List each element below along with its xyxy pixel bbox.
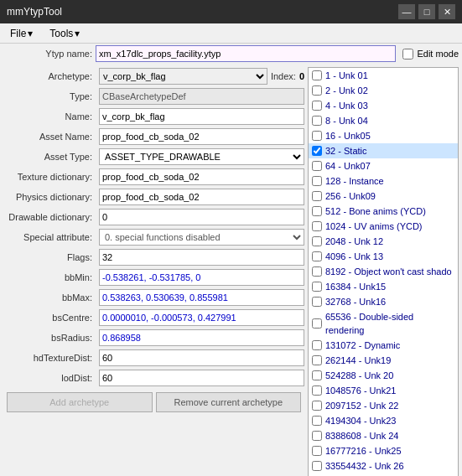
- flag-checkbox-1024[interactable]: [312, 221, 322, 231]
- tools-menu[interactable]: Tools ▾: [43, 26, 86, 41]
- flag-item: 128 - Instance: [309, 173, 458, 189]
- flag-checkbox-512[interactable]: [312, 206, 322, 216]
- flag-label: 16384 - Unk15: [325, 280, 386, 293]
- flag-checkbox-4096[interactable]: [312, 251, 322, 261]
- flag-item: 2 - Unk 02: [309, 83, 458, 98]
- flag-label: 1048576 - Unk21: [325, 384, 396, 397]
- special-attr-label: Special attribute:: [3, 232, 96, 242]
- flags-list: 1 - Unk 012 - Unk 024 - Unk 038 - Unk 04…: [308, 67, 459, 476]
- flag-item: 4096 - Unk 13: [309, 249, 458, 264]
- flag-checkbox-64[interactable]: [312, 161, 322, 171]
- flag-checkbox-131072[interactable]: [312, 340, 322, 350]
- flag-label: 256 - Unk09: [325, 189, 376, 203]
- bbmax-input[interactable]: [99, 289, 304, 306]
- bbmin-input[interactable]: [99, 269, 304, 286]
- flag-label: 128 - Instance: [325, 174, 384, 188]
- archetype-select[interactable]: v_corp_bk_flag: [99, 68, 267, 85]
- flag-label: 64 - Unk07: [325, 159, 371, 173]
- flag-checkbox-32[interactable]: [312, 146, 322, 156]
- edit-mode-checkbox[interactable]: [402, 49, 413, 60]
- bbmin-label: bbMin:: [3, 272, 96, 282]
- flag-label: 1 - Unk 01: [325, 69, 368, 82]
- special-attr-select[interactable]: 0. special functions disabled: [99, 229, 304, 246]
- flag-label: 65536 - Double-sided rendering: [325, 310, 454, 337]
- flag-item: 1024 - UV anims (YCD): [309, 219, 458, 234]
- flag-checkbox-2048[interactable]: [312, 236, 322, 246]
- maximize-button[interactable]: □: [418, 4, 435, 19]
- loddist-label: lodDist:: [3, 373, 96, 383]
- physics-dict-input[interactable]: [99, 189, 304, 205]
- drawable-dict-input[interactable]: [99, 209, 304, 225]
- flag-item: 32 - Static: [309, 143, 458, 158]
- bsradius-input[interactable]: [99, 329, 304, 346]
- flag-checkbox-8192[interactable]: [312, 266, 322, 277]
- add-archetype-button[interactable]: Add archetype: [7, 392, 153, 412]
- flag-checkbox-16384[interactable]: [312, 282, 322, 292]
- bbmin-row: bbMin:: [3, 268, 304, 287]
- flag-checkbox-128[interactable]: [312, 176, 322, 186]
- remove-archetype-button[interactable]: Remove current archetype: [156, 392, 302, 412]
- title-bar: mmYtypTool — □ ✕: [0, 0, 462, 23]
- flag-item: 524288 - Unk 20: [309, 368, 458, 383]
- hdtexdist-label: hdTextureDist:: [3, 353, 96, 363]
- flag-label: 524288 - Unk 20: [325, 369, 393, 382]
- flag-checkbox-33554432[interactable]: [312, 461, 322, 471]
- flag-label: 4 - Unk 03: [325, 99, 368, 112]
- file-menu[interactable]: File ▾: [3, 26, 39, 41]
- asset-type-select[interactable]: ASSET_TYPE_DRAWABLE: [99, 148, 304, 165]
- flag-item: 65536 - Double-sided rendering: [309, 309, 458, 338]
- name-input[interactable]: [99, 108, 304, 125]
- flag-item: 32768 - Unk16: [309, 294, 458, 309]
- flag-item: 1 - Unk 01: [309, 68, 458, 83]
- flag-item: 4 - Unk 03: [309, 98, 458, 113]
- flag-checkbox-256[interactable]: [312, 191, 322, 201]
- flag-checkbox-8388608[interactable]: [312, 431, 322, 441]
- flag-checkbox-2097152[interactable]: [312, 401, 322, 411]
- type-row: Type:: [3, 87, 304, 106]
- flag-checkbox-65536[interactable]: [312, 318, 322, 329]
- bscentre-input[interactable]: [99, 309, 304, 326]
- texture-dict-row: Texture dictionary:: [3, 168, 304, 186]
- flag-item: 8192 - Object won't cast shado: [309, 264, 458, 279]
- bscentre-label: bsCentre:: [3, 313, 96, 323]
- minimize-button[interactable]: —: [398, 4, 415, 19]
- flag-checkbox-524288[interactable]: [312, 370, 322, 380]
- asset-type-row: Asset Type: ASSET_TYPE_DRAWABLE: [3, 147, 304, 166]
- flag-checkbox-4[interactable]: [312, 101, 322, 111]
- ytyp-input[interactable]: [96, 45, 396, 62]
- flag-label: 16 - Unk05: [325, 129, 371, 142]
- flag-checkbox-32768[interactable]: [312, 297, 322, 307]
- flag-checkbox-1048576[interactable]: [312, 385, 322, 396]
- flags-input[interactable]: [99, 249, 304, 266]
- window-controls: — □ ✕: [398, 4, 455, 19]
- bottom-buttons: Add archetype Remove current archetype: [3, 389, 304, 416]
- special-attr-row: Special attribute: 0. special functions …: [3, 228, 304, 246]
- hdtexdist-input[interactable]: [99, 349, 304, 366]
- bsradius-label: bsRadius:: [3, 333, 96, 343]
- asset-name-input[interactable]: [99, 128, 304, 145]
- flag-checkbox-8[interactable]: [312, 116, 322, 126]
- type-input: [99, 88, 304, 105]
- loddist-row: lodDist:: [3, 369, 304, 387]
- flag-checkbox-16[interactable]: [312, 131, 322, 141]
- loddist-input[interactable]: [99, 370, 304, 386]
- flag-label: 33554432 - Unk 26: [325, 459, 404, 473]
- bsradius-row: bsRadius:: [3, 329, 304, 347]
- flag-checkbox-1[interactable]: [312, 70, 322, 80]
- flag-item: 262144 - Unk19: [309, 353, 458, 368]
- flag-label: 8 - Unk 04: [325, 114, 368, 127]
- flag-label: 1024 - UV anims (YCD): [325, 220, 423, 233]
- flag-checkbox-4194304[interactable]: [312, 416, 322, 426]
- flags-label: Flags:: [3, 252, 96, 262]
- flag-checkbox-2[interactable]: [312, 85, 322, 96]
- left-panel: Archetype: v_corp_bk_flag Index: 0 Type:…: [3, 67, 304, 476]
- texture-dict-input[interactable]: [99, 168, 304, 185]
- flag-checkbox-16777216[interactable]: [312, 446, 322, 456]
- flag-label: 2097152 - Unk 22: [325, 399, 398, 412]
- hdtexdist-row: hdTextureDist:: [3, 349, 304, 367]
- menu-bar: File ▾ Tools ▾: [0, 23, 462, 44]
- index-label: Index:: [271, 71, 296, 81]
- close-button[interactable]: ✕: [439, 4, 455, 19]
- flag-item: 16 - Unk05: [309, 128, 458, 143]
- flag-checkbox-262144[interactable]: [312, 355, 322, 365]
